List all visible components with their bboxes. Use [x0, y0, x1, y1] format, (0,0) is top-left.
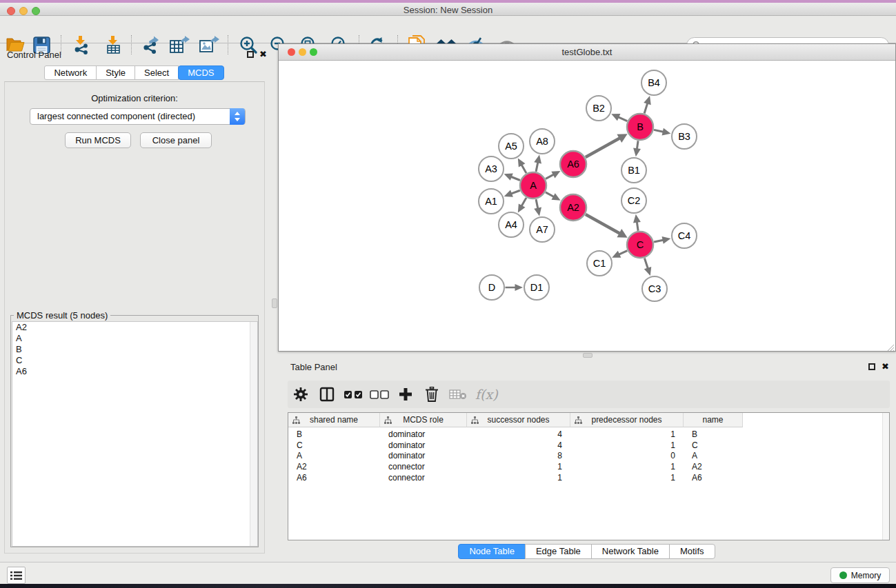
close-panel-button[interactable]: Close panel — [140, 132, 212, 148]
mcds-result-list[interactable]: A2ABCA6 — [12, 321, 258, 547]
float-table-panel-icon[interactable] — [868, 363, 875, 370]
graph-edge-A-A8[interactable] — [536, 161, 538, 172]
graph-node-label-A7: A7 — [536, 224, 548, 235]
task-history-button[interactable] — [7, 567, 26, 584]
graph-edge-A-A3[interactable] — [510, 176, 520, 181]
table-cell: A6 — [288, 473, 380, 484]
close-table-panel-icon[interactable]: ✖ — [882, 363, 889, 371]
run-mcds-button[interactable]: Run MCDS — [65, 132, 131, 148]
network-window-titlebar[interactable]: testGlobe.txt — [279, 44, 895, 61]
deselect-all-icon[interactable] — [366, 390, 392, 399]
memory-button[interactable]: Memory — [830, 567, 890, 583]
table-cell: 4 — [467, 440, 570, 452]
table-cell: connector — [380, 473, 467, 484]
table-cell: B — [684, 429, 743, 440]
graph-node-label-C1: C1 — [593, 258, 606, 269]
table-scrollbar[interactable] — [882, 413, 889, 540]
graph-node-label-A: A — [530, 180, 537, 191]
table-cell: dominator — [380, 451, 467, 462]
graph-arrowhead — [504, 190, 513, 197]
tab-mcds[interactable]: MCDS — [178, 65, 223, 80]
graph-edge-B-B3[interactable] — [654, 130, 664, 132]
graph-node-label-D1: D1 — [530, 282, 544, 293]
table-row[interactable]: A2connector11A2 — [288, 462, 743, 473]
tab-network-table[interactable]: Network Table — [591, 544, 670, 559]
delete-icon[interactable] — [419, 387, 445, 402]
table-cell: 1 — [570, 429, 684, 440]
column-header-shared-name[interactable]: shared name — [288, 413, 380, 427]
float-panel-icon[interactable] — [247, 51, 254, 58]
graph-node-label-A8: A8 — [536, 136, 548, 147]
column-header-label: name — [702, 415, 723, 425]
close-panel-icon[interactable]: ✖ — [259, 50, 267, 59]
status-bar: Memory — [0, 562, 896, 584]
function-builder-icon: f(x) — [471, 387, 498, 402]
graph-edge-C-C3[interactable] — [644, 258, 648, 269]
column-header-MCDS-role[interactable]: MCDS role — [380, 413, 467, 427]
graph-edge-C-C1[interactable] — [618, 251, 627, 255]
graph-node-label-C2: C2 — [628, 195, 641, 206]
columns-icon[interactable] — [314, 387, 340, 402]
mcds-result-item[interactable]: A — [12, 333, 257, 344]
tab-node-table[interactable]: Node Table — [458, 544, 526, 559]
resize-grip-icon[interactable] — [886, 342, 895, 350]
tab-network[interactable]: Network — [44, 65, 97, 80]
graph-edge-B-B4[interactable] — [644, 103, 648, 114]
graph-node-label-B2: B2 — [593, 103, 605, 114]
table-row[interactable]: Cdominator41C — [288, 440, 743, 452]
graph-edge-B-B2[interactable] — [617, 116, 627, 121]
graph-edge-A-A6[interactable] — [546, 174, 555, 179]
graph-edge-A2-C[interactable] — [586, 214, 621, 234]
graph-arrowhead — [662, 128, 671, 136]
graph-edge-A-A7[interactable] — [536, 199, 538, 210]
tab-motifs[interactable]: Motifs — [669, 544, 715, 559]
optimization-criterion-dropdown[interactable]: largest connected component (directed) — [30, 108, 246, 125]
graph-edge-A-A4[interactable] — [521, 198, 526, 207]
column-header-name[interactable]: name — [684, 413, 743, 427]
window-title: Session: New Session — [0, 5, 896, 15]
table-row[interactable]: Bdominator41B — [288, 429, 743, 440]
tab-edge-table[interactable]: Edge Table — [525, 544, 592, 559]
table-row[interactable]: Adominator80A — [288, 451, 743, 462]
delete-table-icon — [445, 389, 471, 400]
mcds-tab-content: Optimization criterion: largest connecte… — [4, 81, 265, 554]
table-body: Bdominator41BCdominator41CAdominator80AA… — [288, 429, 743, 483]
control-panel-title: Control Panel — [7, 50, 61, 60]
graph-edge-A-A5[interactable] — [521, 164, 526, 173]
control-panel: Control Panel ✖ NetworkStyleSelectMCDS O… — [0, 43, 269, 562]
mcds-result-item[interactable]: B — [12, 344, 257, 355]
table-panel: Table Panel ✖ f(x) — [278, 355, 896, 562]
mcds-result-title: MCDS result (5 nodes) — [14, 310, 110, 321]
select-all-icon[interactable] — [340, 390, 366, 399]
table-cell: A2 — [684, 462, 743, 473]
mcds-result-item[interactable]: A6 — [12, 366, 257, 377]
network-canvas[interactable]: B4B2BB3A8A5A6A3B1AA1C2A2A4A7C4CC1C3DD1 — [279, 61, 895, 350]
gear-icon[interactable] — [288, 387, 314, 402]
mcds-result-item[interactable]: A2 — [12, 322, 257, 333]
graph-arrowhead — [644, 267, 651, 276]
graph-edge-A6-B[interactable] — [586, 138, 621, 157]
table-cell: 8 — [467, 451, 570, 462]
graph-edge-C-C2[interactable] — [637, 221, 638, 231]
mcds-result-item[interactable]: C — [12, 355, 257, 366]
table-cell: C — [288, 440, 380, 452]
graph-edge-A-A1[interactable] — [510, 190, 520, 194]
network-view-window: testGlobe.txt B4B2BB3A8A5A6A3B1AA1C2A2A4… — [278, 43, 896, 352]
vertical-splitter-grip[interactable] — [272, 298, 277, 308]
optimization-criterion-label: Optimization criterion: — [5, 93, 264, 103]
graph-edge-C-C4[interactable] — [654, 240, 664, 242]
add-column-icon[interactable] — [392, 387, 419, 401]
mcds-scrollbar[interactable] — [250, 322, 257, 546]
column-header-predecessor-nodes[interactable]: predecessor nodes — [570, 413, 684, 427]
dropdown-value: largest connected component (directed) — [37, 111, 195, 121]
desktop-strip — [0, 584, 896, 588]
graph-arrowhead — [534, 155, 541, 164]
table-row[interactable]: A6connector11A6 — [288, 473, 743, 484]
column-header-successor-nodes[interactable]: successor nodes — [467, 413, 570, 427]
table-cell: A — [684, 451, 743, 462]
tab-style[interactable]: Style — [96, 65, 135, 80]
graph-node-label-A5: A5 — [505, 141, 517, 152]
graph-node-label-B3: B3 — [678, 131, 690, 142]
graph-edge-A-A2[interactable] — [546, 192, 555, 197]
tab-select[interactable]: Select — [135, 65, 179, 80]
